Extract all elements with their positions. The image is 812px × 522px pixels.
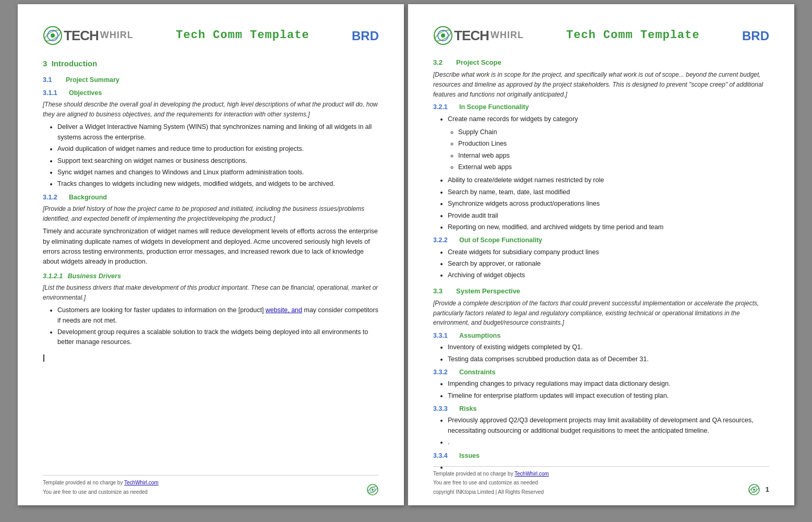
footer2-line1: Template provided at no charge by TechWh… bbox=[433, 470, 549, 478]
pages-container: TECHWHIRL Tech Comm Template BRD 3 Intro… bbox=[14, 0, 798, 509]
section-312-title: Background bbox=[69, 193, 107, 203]
section-32-title: Project Scope bbox=[456, 57, 501, 68]
section-311-title: Objectives bbox=[69, 88, 102, 98]
text-cursor bbox=[43, 354, 44, 362]
techwhirl-logo-icon-2 bbox=[433, 26, 453, 45]
section-3-title: Introduction bbox=[52, 59, 97, 68]
section-33-title: System Perspective bbox=[456, 286, 520, 296]
list-item: Supply Chain bbox=[458, 127, 769, 137]
list-item: Synchronize widgets across product/opera… bbox=[448, 199, 769, 209]
section-331-bullets: Inventory of existing widgets completed … bbox=[448, 342, 769, 364]
footer-line1: Template provided at no charge by TechWh… bbox=[43, 479, 159, 487]
footer-line2: You are free to use and customize as nee… bbox=[43, 488, 159, 496]
section-311-note: [These should describe the overall goal … bbox=[43, 100, 379, 119]
section-33-num: 3.3 bbox=[433, 286, 453, 296]
logo-area-2: TECHWHIRL bbox=[433, 25, 524, 46]
section-311-num: 3.1.1 bbox=[43, 88, 66, 98]
list-item: Reporting on new, modified, and archived… bbox=[448, 222, 769, 232]
list-item: Tracks changes to widgets including new … bbox=[57, 179, 379, 189]
logo-tech: TECH bbox=[64, 25, 99, 46]
page-1: TECHWHIRL Tech Comm Template BRD 3 Intro… bbox=[18, 4, 404, 505]
section-321-num: 3.2.1 bbox=[433, 102, 456, 112]
footer-link[interactable]: TechWhirl.com bbox=[124, 480, 159, 485]
footer2-line3: copyright INKtopia Limited | All Rights … bbox=[433, 488, 549, 496]
section-333-title: Risks bbox=[459, 404, 476, 414]
section-322-num: 3.2.2 bbox=[433, 235, 456, 245]
footer-logo-icon-2 bbox=[748, 483, 760, 496]
logo-whirl: WHIRL bbox=[100, 28, 134, 43]
footer2-link[interactable]: TechWhirl.com bbox=[515, 471, 549, 477]
section-312-text: Timely and accurate synchronization of w… bbox=[43, 227, 379, 267]
list-item: Archiving of widget objects bbox=[448, 270, 769, 280]
list-item: Search by name, team, date, last modifie… bbox=[448, 187, 769, 197]
list-item: Impending changes to privacy regulations… bbox=[448, 379, 769, 389]
page-1-footer: Template provided at no charge by TechWh… bbox=[43, 475, 379, 496]
page-2-footer: Template provided at no charge by TechWh… bbox=[433, 466, 769, 496]
section-332-bullets: Impending changes to privacy regulations… bbox=[448, 379, 769, 401]
website-link[interactable]: website, and bbox=[266, 306, 302, 314]
list-item: Sync widget names and changes to Windows… bbox=[57, 168, 379, 177]
svg-point-14 bbox=[753, 489, 755, 491]
section-332-row: 3.3.2 Constraints bbox=[433, 367, 769, 377]
section-3-num: 3 bbox=[43, 59, 47, 68]
section-334-title: Issues bbox=[459, 451, 480, 461]
section-3-heading: 3 Introduction bbox=[43, 57, 379, 69]
section-311-row: 3.1.1 Objectives bbox=[43, 88, 379, 98]
page-2: TECHWHIRL Tech Comm Template BRD 3.2 Pro… bbox=[408, 4, 794, 505]
footer-logo-icon bbox=[366, 483, 379, 496]
header-brd: BRD bbox=[352, 26, 379, 45]
section-31-title: Project Summary bbox=[66, 75, 120, 85]
section-3121-bullets: Customers are looking for faster updates… bbox=[57, 305, 379, 348]
list-item: Customers are looking for faster updates… bbox=[57, 305, 379, 326]
section-33-row: 3.3 System Perspective bbox=[433, 286, 769, 296]
section-33-note: [Provide a complete description of the f… bbox=[433, 299, 769, 328]
list-item: Create widgets for subsidiary company pr… bbox=[448, 247, 769, 257]
logo-whirl-2: WHIRL bbox=[491, 28, 524, 43]
header-template-title: Tech Comm Template bbox=[176, 27, 309, 44]
list-item: Deliver a Widget Interactive Naming Syst… bbox=[57, 122, 379, 143]
section-3121-title: Business Drivers bbox=[68, 272, 121, 280]
list-item: Avoid duplication of widget names and re… bbox=[57, 144, 379, 154]
section-331-row: 3.3.1 Assumptions bbox=[433, 331, 769, 341]
page-2-header: TECHWHIRL Tech Comm Template BRD bbox=[433, 25, 769, 46]
section-3121-note: [List the business drivers that make dev… bbox=[43, 283, 379, 302]
section-311-bullets: Deliver a Widget Interactive Naming Syst… bbox=[57, 122, 379, 189]
list-item: Previously approved Q2/Q3 development pr… bbox=[448, 416, 769, 436]
section-3121-row: 3.1.2.1 Business Drivers bbox=[43, 271, 379, 281]
section-3121-num: 3.1.2.1 bbox=[43, 272, 63, 280]
section-321-title: In Scope Functionality bbox=[459, 102, 529, 112]
list-item: Internal web apps bbox=[458, 151, 769, 161]
section-321-row: 3.2.1 In Scope Functionality bbox=[433, 102, 769, 112]
section-322-bullets: Create widgets for subsidiary company pr… bbox=[448, 247, 769, 281]
section-334-row: 3.3.4 Issues bbox=[433, 451, 769, 461]
list-item: Timeline for enterprise platform updates… bbox=[448, 391, 769, 401]
footer-left-2: Template provided at no charge by TechWh… bbox=[433, 470, 549, 496]
list-item: Create name records for widgets by categ… bbox=[448, 114, 769, 124]
section-333-num: 3.3.3 bbox=[433, 404, 456, 414]
section-334-num: 3.3.4 bbox=[433, 451, 456, 461]
section-32-row: 3.2 Project Scope bbox=[433, 57, 769, 68]
section-31-row: 3.1 Project Summary bbox=[43, 75, 379, 85]
section-331-title: Assumptions bbox=[459, 331, 500, 341]
svg-point-10 bbox=[441, 33, 445, 38]
section-321-sub-bullets: Supply Chain Production Lines Internal w… bbox=[458, 127, 769, 173]
footer-left: Template provided at no charge by TechWh… bbox=[43, 479, 159, 496]
page-number: 1 bbox=[766, 484, 769, 495]
section-332-title: Constraints bbox=[459, 367, 495, 377]
techwhirl-logo-icon bbox=[43, 26, 63, 45]
section-322-title: Out of Scope Functionality bbox=[459, 235, 542, 245]
section-322-row: 3.2.2 Out of Scope Functionality bbox=[433, 235, 769, 245]
section-333-row: 3.3.3 Risks bbox=[433, 404, 769, 414]
list-item: Provide audit trail bbox=[448, 211, 769, 221]
header-brd-2: BRD bbox=[742, 26, 769, 45]
section-332-num: 3.3.2 bbox=[433, 367, 456, 377]
cursor-area bbox=[43, 353, 379, 363]
svg-point-6 bbox=[372, 489, 374, 491]
section-321-bullets2: Ability to create/delete widget names re… bbox=[448, 175, 769, 232]
list-item: Development group requires a scalable so… bbox=[57, 327, 379, 348]
list-item: External web apps bbox=[458, 162, 769, 172]
section-321-bullets: Create name records for widgets by categ… bbox=[448, 114, 769, 124]
list-item: . bbox=[448, 437, 769, 447]
page-1-header: TECHWHIRL Tech Comm Template BRD bbox=[43, 25, 379, 46]
header-template-title-2: Tech Comm Template bbox=[566, 27, 700, 44]
